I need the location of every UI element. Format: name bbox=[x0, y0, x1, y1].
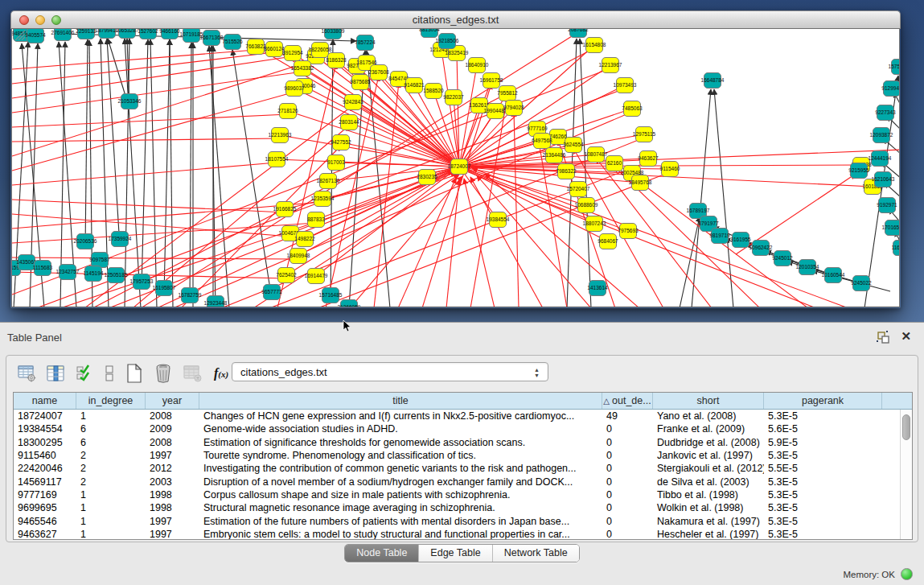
table-cell: Dudbridge et al. (2008) bbox=[653, 437, 764, 448]
table-cell: 22420046 bbox=[14, 463, 76, 474]
column-header-pagerank[interactable]: pagerank bbox=[764, 393, 882, 409]
column-header-year[interactable]: year bbox=[146, 393, 199, 409]
graph-edge[interactable] bbox=[12, 200, 285, 212]
table-row[interactable]: 977716911998Corpus callosum shape and si… bbox=[14, 488, 900, 501]
column-header-title[interactable]: title bbox=[199, 393, 602, 409]
graph-edge[interactable] bbox=[12, 56, 293, 98]
tab-network-table[interactable]: Network Table bbox=[492, 545, 579, 562]
network-graph: 1872400776638228660124891295492275031822… bbox=[12, 29, 900, 307]
network-window[interactable]: citations_edges.txt 18724007766382286601… bbox=[10, 10, 901, 308]
function-builder-icon[interactable]: f(x) bbox=[209, 362, 233, 385]
graph-node-label: 1527602 bbox=[138, 29, 158, 34]
graph-node-label: 16195807 bbox=[153, 285, 176, 290]
graph-edge[interactable] bbox=[12, 114, 288, 127]
table-cell: 2 bbox=[76, 463, 146, 474]
graph-edge[interactable] bbox=[12, 89, 304, 171]
table-toolbar: f(x) bbox=[14, 360, 238, 386]
graph-edge[interactable] bbox=[85, 39, 88, 249]
close-panel-icon[interactable]: ✕ bbox=[901, 329, 911, 344]
graph-edge[interactable] bbox=[12, 50, 256, 69]
table-cell: 0 bbox=[602, 423, 653, 435]
graph-node-label: 12342757 bbox=[56, 269, 80, 274]
float-panel-icon[interactable] bbox=[877, 331, 890, 344]
graph-edge[interactable] bbox=[692, 89, 711, 307]
graph-node-label: 18325419 bbox=[446, 50, 469, 56]
column-header-in_degree[interactable]: in_degree bbox=[76, 393, 146, 409]
graph-edge[interactable] bbox=[164, 39, 170, 295]
graph-node-label: 16033809 bbox=[322, 29, 345, 34]
memory-status-indicator[interactable] bbox=[901, 568, 913, 580]
graph-node-label: 9097587 bbox=[89, 257, 110, 262]
column-header-out_de[interactable]: △out_de... bbox=[602, 393, 653, 409]
graph-edge[interactable] bbox=[472, 168, 848, 307]
table-cell: 5.3E-5 bbox=[764, 489, 882, 501]
graph-node-label: 16543382 bbox=[291, 65, 314, 71]
table-row[interactable]: 911546021997Tourette syndrome. Phenomeno… bbox=[14, 449, 900, 462]
graph-edge[interactable] bbox=[398, 178, 456, 307]
graph-edge[interactable] bbox=[232, 50, 272, 299]
graph-node-label: 2087682 bbox=[568, 29, 589, 32]
table-cell: 2009 bbox=[146, 423, 199, 435]
network-view-canvas[interactable]: 1872400776638228660124891295492275031822… bbox=[11, 29, 900, 307]
graph-node-label: 1167533 bbox=[892, 245, 900, 250]
table-row[interactable]: 1456911722003Disruption of a novel membe… bbox=[14, 475, 900, 488]
graph-node-label: 18807243 bbox=[583, 220, 606, 226]
table-row[interactable]: 969969511998Structural magnetic resonanc… bbox=[14, 501, 900, 514]
graph-edge[interactable] bbox=[459, 65, 477, 167]
graph-node-label: 12093872 bbox=[870, 132, 893, 138]
graph-node-label: 10807487 bbox=[585, 151, 608, 157]
graph-edge[interactable] bbox=[680, 216, 700, 307]
graph-node-label: 8791977 bbox=[698, 220, 719, 226]
graph-edge[interactable] bbox=[446, 179, 459, 307]
graph-edge[interactable] bbox=[142, 39, 148, 289]
attribute-settings-icon[interactable] bbox=[14, 362, 39, 385]
table-cell: 0 bbox=[602, 476, 653, 488]
row-select-icon[interactable] bbox=[72, 362, 97, 385]
delete-column-icon[interactable] bbox=[180, 362, 204, 385]
sort-ascending-icon: △ bbox=[603, 397, 610, 406]
graph-node-label: 10160544 bbox=[822, 272, 845, 278]
table-row[interactable]: 1872400712008Changes of HCN gene express… bbox=[14, 410, 900, 422]
graph-node-label: 12213963 bbox=[269, 132, 292, 138]
scrollbar-thumb[interactable] bbox=[902, 414, 910, 440]
graph-node-label: 16648784 bbox=[701, 77, 725, 83]
tab-node-table[interactable]: Node Table bbox=[345, 545, 418, 562]
table-cell: 5.6E-5 bbox=[764, 423, 882, 435]
graph-node-label: 12975115 bbox=[633, 131, 656, 137]
table-cell: Disruption of a novel member of a sodium… bbox=[199, 476, 602, 488]
table-row[interactable]: 946362711997Embryonic stem cells: a mode… bbox=[14, 528, 900, 540]
new-table-icon[interactable] bbox=[122, 362, 146, 385]
network-window-titlebar[interactable]: citations_edges.txt bbox=[10, 10, 901, 29]
graph-node-label: 7986322 bbox=[556, 168, 577, 174]
table-cell: Hescheler et al. (1997) bbox=[653, 529, 764, 540]
graph-node-label: 21266059 bbox=[338, 304, 361, 307]
tab-edge-table[interactable]: Edge Table bbox=[418, 545, 491, 562]
table-row[interactable]: 946554611997Estimation of the future num… bbox=[14, 514, 900, 527]
table-row[interactable]: 1830029562008Estimation of significance … bbox=[14, 436, 900, 449]
table-vertical-scrollbar[interactable] bbox=[900, 410, 912, 539]
column-header-short[interactable]: short bbox=[653, 393, 764, 409]
graph-edge[interactable] bbox=[12, 60, 316, 156]
table-cell: 2008 bbox=[146, 437, 199, 448]
column-header-name[interactable]: name bbox=[14, 393, 76, 409]
graph-edge[interactable] bbox=[190, 43, 191, 303]
graph-edge[interactable] bbox=[294, 89, 459, 167]
table-cell: 18724007 bbox=[14, 410, 76, 422]
clear-icon[interactable] bbox=[101, 362, 117, 385]
table-cell: 1998 bbox=[146, 489, 199, 501]
table-cell: 9465546 bbox=[14, 516, 76, 527]
graph-edge[interactable] bbox=[514, 111, 519, 307]
table-cell: 0 bbox=[602, 437, 653, 448]
graph-node-label: 1588520 bbox=[423, 88, 444, 93]
table-cell: 9699695 bbox=[14, 502, 76, 513]
table-row[interactable]: 1938455462009Genome-wide association stu… bbox=[14, 422, 900, 435]
table-select-dropdown[interactable]: citations_edges.txt ▲▼ bbox=[232, 362, 548, 381]
delete-table-icon[interactable] bbox=[151, 362, 175, 385]
table-cell: Investigating the contribution of common… bbox=[199, 463, 602, 474]
column-select-icon[interactable] bbox=[43, 362, 68, 385]
graph-edge[interactable] bbox=[12, 138, 280, 142]
table-row[interactable]: 2242004622012Investigating the contribut… bbox=[14, 462, 900, 475]
graph-node-label: 1115683 bbox=[33, 265, 53, 270]
window-resize-grip[interactable] bbox=[12, 29, 25, 40]
graph-node-label: 9822037 bbox=[443, 94, 464, 100]
